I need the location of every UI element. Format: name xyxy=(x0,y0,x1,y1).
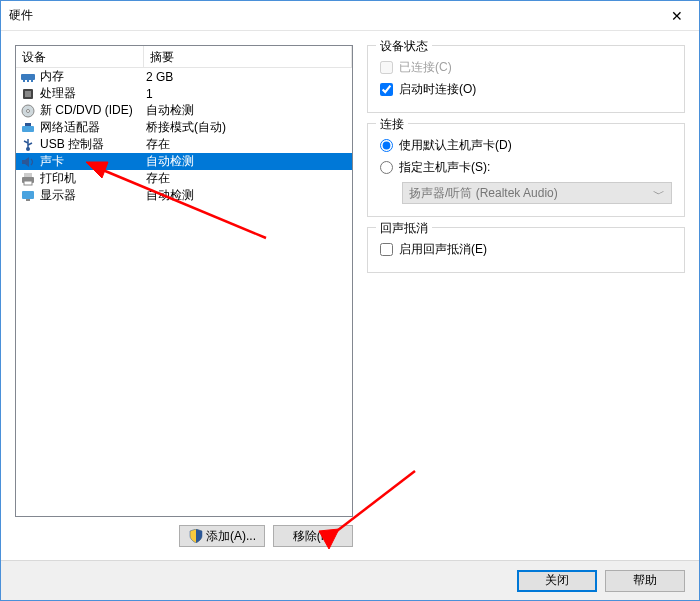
shield-icon xyxy=(188,528,204,544)
device-summary: 自动检测 xyxy=(144,153,352,170)
connected-checkbox-row: 已连接(C) xyxy=(380,56,672,78)
table-row[interactable]: 处理器1 xyxy=(16,85,352,102)
device-status-group: 设备状态 已连接(C) 启动时连接(O) xyxy=(367,45,685,113)
sound-icon xyxy=(20,154,36,170)
echo-group-title: 回声抵消 xyxy=(376,220,432,237)
connect-poweron-label: 启动时连接(O) xyxy=(399,81,476,98)
connect-poweron-checkbox[interactable] xyxy=(380,83,393,96)
svg-point-7 xyxy=(27,109,30,112)
left-buttons: 添加(A)... 移除(R) xyxy=(15,517,353,547)
svg-rect-17 xyxy=(22,191,34,199)
connect-poweron-row[interactable]: 启动时连接(O) xyxy=(380,78,672,100)
remove-button-label: 移除(R) xyxy=(293,528,334,545)
enable-echo-row[interactable]: 启用回声抵消(E) xyxy=(380,238,672,260)
content-area: 设备 摘要 内存2 GB处理器1新 CD/DVD (IDE)自动检测网络适配器桥… xyxy=(1,31,699,561)
specify-label: 指定主机声卡(S): xyxy=(399,159,490,176)
device-name: 处理器 xyxy=(40,85,76,102)
svg-rect-5 xyxy=(25,91,31,97)
help-button-label: 帮助 xyxy=(633,572,657,589)
usb-icon xyxy=(20,137,36,153)
add-button-label: 添加(A)... xyxy=(206,528,256,545)
help-button[interactable]: 帮助 xyxy=(605,570,685,592)
table-row[interactable]: 显示器自动检测 xyxy=(16,187,352,204)
svg-rect-15 xyxy=(24,173,32,177)
svg-rect-18 xyxy=(26,199,30,201)
device-summary: 自动检测 xyxy=(144,187,352,204)
table-row[interactable]: USB 控制器存在 xyxy=(16,136,352,153)
svg-rect-3 xyxy=(31,80,33,82)
device-name: USB 控制器 xyxy=(40,136,104,153)
table-row[interactable]: 打印机存在 xyxy=(16,170,352,187)
connected-checkbox xyxy=(380,61,393,74)
device-name: 网络适配器 xyxy=(40,119,100,136)
table-row[interactable]: 声卡自动检测 xyxy=(16,153,352,170)
device-name: 声卡 xyxy=(40,153,64,170)
add-button[interactable]: 添加(A)... xyxy=(179,525,265,547)
close-icon[interactable]: ✕ xyxy=(654,1,699,31)
connected-label: 已连接(C) xyxy=(399,59,452,76)
network-icon xyxy=(20,120,36,136)
table-row[interactable]: 网络适配器桥接模式(自动) xyxy=(16,119,352,136)
device-name: 内存 xyxy=(40,68,64,85)
device-summary: 桥接模式(自动) xyxy=(144,119,352,136)
bottom-bar: 关闭 帮助 xyxy=(1,560,699,600)
connection-group: 连接 使用默认主机声卡(D) 指定主机声卡(S): 扬声器/听筒 (Realte… xyxy=(367,123,685,217)
svg-rect-16 xyxy=(24,181,32,185)
device-summary: 2 GB xyxy=(144,70,352,84)
use-default-label: 使用默认主机声卡(D) xyxy=(399,137,512,154)
close-button-label: 关闭 xyxy=(545,572,569,589)
display-icon xyxy=(20,188,36,204)
device-summary: 存在 xyxy=(144,170,352,187)
cd-icon xyxy=(20,103,36,119)
table-row[interactable]: 新 CD/DVD (IDE)自动检测 xyxy=(16,102,352,119)
device-list[interactable]: 设备 摘要 内存2 GB处理器1新 CD/DVD (IDE)自动检测网络适配器桥… xyxy=(15,45,353,517)
device-name: 显示器 xyxy=(40,187,76,204)
echo-group: 回声抵消 启用回声抵消(E) xyxy=(367,227,685,273)
device-summary: 自动检测 xyxy=(144,102,352,119)
svg-rect-1 xyxy=(23,80,25,82)
device-name: 打印机 xyxy=(40,170,76,187)
device-name: 新 CD/DVD (IDE) xyxy=(40,102,133,119)
cpu-icon xyxy=(20,86,36,102)
enable-echo-checkbox[interactable] xyxy=(380,243,393,256)
device-summary: 存在 xyxy=(144,136,352,153)
connection-group-title: 连接 xyxy=(376,116,408,133)
memory-icon xyxy=(20,69,36,85)
close-button[interactable]: 关闭 xyxy=(517,570,597,592)
printer-icon xyxy=(20,171,36,187)
window-title: 硬件 xyxy=(9,7,654,24)
right-panel: 设备状态 已连接(C) 启动时连接(O) 连接 使用默认主机声卡(D) 指定主机… xyxy=(367,45,685,547)
list-header: 设备 摘要 xyxy=(16,46,352,68)
svg-rect-0 xyxy=(21,74,35,80)
svg-rect-8 xyxy=(22,126,34,132)
device-status-title: 设备状态 xyxy=(376,38,432,55)
host-soundcard-value: 扬声器/听筒 (Realtek Audio) xyxy=(409,185,558,202)
chevron-down-icon: ﹀ xyxy=(653,186,665,203)
remove-button[interactable]: 移除(R) xyxy=(273,525,353,547)
titlebar: 硬件 ✕ xyxy=(1,1,699,31)
table-row[interactable]: 内存2 GB xyxy=(16,68,352,85)
device-summary: 1 xyxy=(144,87,352,101)
svg-rect-2 xyxy=(27,80,29,82)
specify-radio[interactable] xyxy=(380,161,393,174)
column-header-summary[interactable]: 摘要 xyxy=(144,46,352,68)
use-default-row[interactable]: 使用默认主机声卡(D) xyxy=(380,134,672,156)
specify-row[interactable]: 指定主机声卡(S): xyxy=(380,156,672,178)
host-soundcard-combo: 扬声器/听筒 (Realtek Audio) ﹀ xyxy=(402,182,672,204)
column-header-device[interactable]: 设备 xyxy=(16,46,144,68)
use-default-radio[interactable] xyxy=(380,139,393,152)
svg-rect-9 xyxy=(25,123,31,126)
enable-echo-label: 启用回声抵消(E) xyxy=(399,241,487,258)
left-panel: 设备 摘要 内存2 GB处理器1新 CD/DVD (IDE)自动检测网络适配器桥… xyxy=(15,45,353,547)
